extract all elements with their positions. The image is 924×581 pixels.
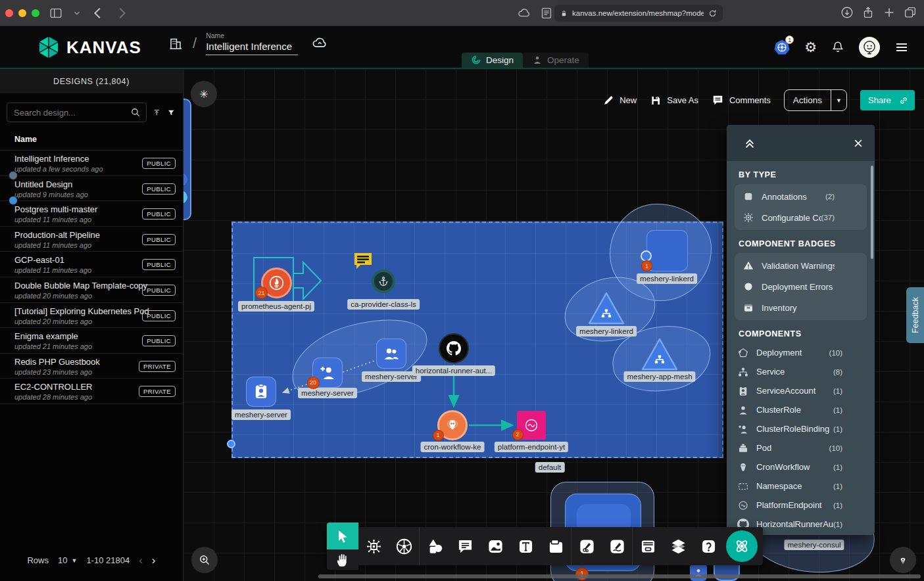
component-tool-button[interactable] — [358, 527, 389, 565]
edge-pen-tool-button[interactable] — [571, 527, 602, 565]
image-tool-button[interactable] — [480, 527, 510, 565]
design-list-item[interactable]: Enigma example updated 21 minutes ago PU… — [0, 328, 183, 354]
search-design-input[interactable] — [7, 103, 147, 122]
node-meshery-linkerd-service[interactable] — [587, 291, 625, 325]
kubernetes-context-button[interactable]: 1 — [773, 39, 790, 56]
downloads-icon[interactable] — [840, 5, 854, 20]
panel-row-deployment-errors[interactable]: Deployment Errors — [735, 276, 867, 297]
panel-row-cronworkflow[interactable]: CronWorkflow (1) — [727, 457, 875, 476]
share-button[interactable]: Share — [860, 90, 915, 110]
share-page-icon[interactable] — [861, 5, 875, 20]
panel-row-serviceaccount[interactable]: ServiceAccount (1) — [727, 381, 875, 400]
visibility-eye-icon[interactable] — [849, 519, 861, 530]
design-list-item[interactable]: Postgres multi-master updated 11 minutes… — [0, 201, 183, 227]
panel-row-clusterrole[interactable]: ClusterRole (1) — [727, 400, 875, 419]
menu-hamburger-icon[interactable] — [894, 39, 910, 55]
design-list-item[interactable]: Untitled Design updated 9 minutes ago PU… — [0, 176, 183, 202]
new-tab-icon[interactable] — [882, 5, 896, 20]
next-page-button[interactable]: › — [152, 555, 156, 566]
tab-operate[interactable]: Operate — [523, 53, 589, 68]
comments-button[interactable]: Comments — [712, 94, 771, 106]
import-design-icon[interactable] — [153, 106, 161, 120]
feedback-tab[interactable]: Feedback — [906, 287, 924, 343]
canvas-horizontal-scrollbar[interactable] — [318, 574, 921, 578]
panel-row-namespace[interactable]: Namespace (1) — [727, 476, 875, 496]
settings-gear-icon[interactable]: ⚙ — [804, 39, 817, 55]
node-horizontal-runner[interactable] — [439, 333, 469, 363]
forward-icon[interactable] — [114, 6, 129, 20]
node-meshery-app-mesh[interactable] — [641, 337, 679, 371]
kubernetes-tool-button[interactable] — [389, 527, 419, 565]
refresh-icon[interactable] — [708, 9, 717, 18]
visibility-eye-icon[interactable] — [849, 423, 861, 435]
column-header-name[interactable]: Name — [0, 129, 183, 151]
actions-split-button[interactable]: Actions ▼ — [784, 89, 847, 111]
panel-row-deployment[interactable]: Deployment (10) — [727, 343, 875, 362]
tab-overview-icon[interactable] — [903, 5, 917, 20]
search-input[interactable] — [14, 108, 130, 118]
panel-row-clusterrolebinding[interactable]: ClusterRoleBinding (1) — [727, 419, 875, 438]
panel-row-inventory[interactable]: Inventory — [735, 297, 867, 318]
close-panel-icon[interactable] — [852, 137, 864, 149]
visibility-eye-icon[interactable] — [849, 500, 861, 511]
visibility-eye-icon[interactable] — [841, 281, 853, 292]
design-list-item[interactable]: Double Bubble Map Template-copy updated … — [0, 277, 183, 303]
panel-row-annotations[interactable]: Annotations (2) — [735, 186, 867, 207]
meshery-button[interactable] — [726, 530, 758, 562]
text-tool-button[interactable] — [510, 527, 541, 565]
visibility-eye-icon[interactable] — [841, 191, 853, 202]
visibility-eye-icon[interactable] — [841, 260, 853, 271]
filter-icon[interactable] — [167, 106, 176, 120]
panel-row-validation-warnings[interactable]: Validation Warnings — [735, 255, 867, 276]
close-window-button[interactable] — [5, 9, 13, 17]
node-meshery-server-serviceaccount[interactable] — [246, 377, 276, 407]
pan-tool-button[interactable] — [334, 551, 351, 569]
rows-per-page-select[interactable]: 10 ▼ — [58, 555, 77, 565]
tab-design[interactable]: Design — [462, 53, 523, 68]
actions-caret[interactable]: ▼ — [831, 90, 846, 110]
panel-row-pod[interactable]: Pod (10) — [727, 438, 875, 457]
visibility-eye-icon[interactable] — [849, 461, 861, 473]
design-list-item[interactable]: GCP-east-01 updated 11 minutes ago PUBLI… — [0, 252, 183, 277]
panel-row-service[interactable]: Service (8) — [727, 362, 875, 381]
visibility-eye-icon[interactable] — [849, 347, 861, 359]
icloud-icon[interactable] — [517, 6, 531, 20]
browser-sidebar-icon[interactable] — [49, 6, 63, 20]
design-list-item[interactable]: Intelligent Inference updated a few seco… — [0, 151, 183, 176]
panel-scrollbar[interactable] — [871, 166, 873, 259]
organization-icon[interactable] — [168, 35, 183, 51]
visibility-eye-icon[interactable] — [841, 302, 853, 314]
freehand-tool-button[interactable] — [602, 527, 632, 565]
kanvas-logo[interactable]: KANVAS — [37, 35, 141, 59]
recenter-button[interactable]: ✳ — [191, 81, 217, 107]
design-name-input[interactable]: Intelligent Inference — [206, 41, 298, 55]
design-list-item[interactable]: Production-alt Pipeline updated 11 minut… — [0, 227, 183, 252]
design-list-item[interactable]: Redis PHP Guestbook updated 23 minutes a… — [0, 354, 183, 379]
region-resize-handle[interactable] — [227, 440, 235, 448]
layers-button[interactable] — [663, 527, 693, 565]
shapes-tool-button[interactable] — [420, 527, 450, 565]
save-as-button[interactable]: Save As — [650, 95, 698, 106]
node-ca-provider-class[interactable] — [372, 269, 395, 293]
zoom-button[interactable] — [191, 547, 218, 573]
visibility-eye-icon[interactable] — [841, 212, 853, 223]
help-button[interactable] — [693, 527, 723, 565]
panel-row-platformendpoint[interactable]: PlatformEndpoint (1) — [727, 496, 875, 515]
node-meshery-server-clusterrole[interactable] — [376, 338, 406, 369]
comment-tool-button[interactable] — [450, 527, 480, 565]
zoom-window-button[interactable] — [32, 9, 39, 17]
pen-mode-button[interactable] — [890, 547, 916, 573]
visibility-eye-icon[interactable] — [849, 480, 861, 492]
note-tool-button[interactable] — [541, 527, 571, 565]
visibility-eye-icon[interactable] — [849, 385, 861, 397]
reader-icon[interactable] — [539, 6, 554, 20]
visibility-eye-icon[interactable] — [849, 404, 861, 416]
visibility-eye-icon[interactable] — [849, 442, 861, 454]
design-list-item[interactable]: [Tutorial] Exploring Kubernetes Pod upda… — [0, 303, 183, 329]
history-drawer-button[interactable] — [633, 527, 663, 565]
address-bar[interactable]: kanvas.new/extension/meshmap?mode=design… — [554, 5, 723, 22]
new-button[interactable]: New — [602, 95, 637, 106]
design-list-item[interactable]: EC2-CONTROLLER updated 28 minutes ago PR… — [0, 379, 183, 404]
visibility-eye-icon[interactable] — [849, 366, 861, 378]
minimize-window-button[interactable] — [18, 9, 26, 17]
